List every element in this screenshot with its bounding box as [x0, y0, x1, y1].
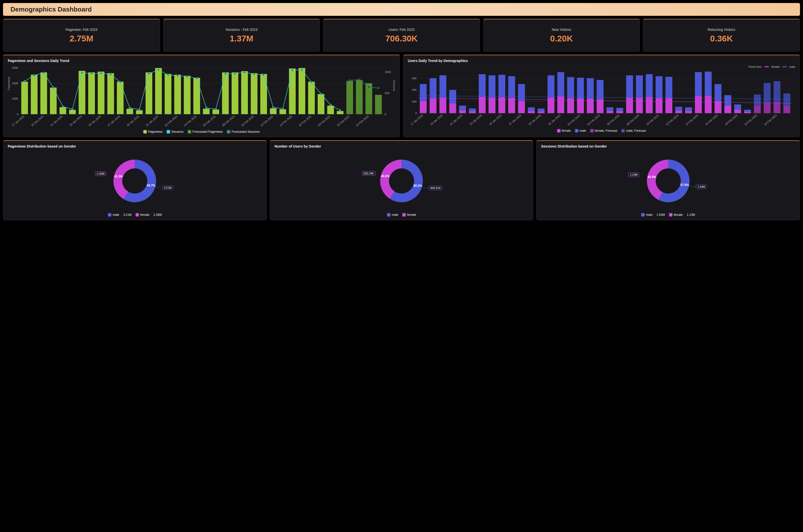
- svg-rect-125: [469, 109, 476, 111]
- svg-text:17 Jan 2023: 17 Jan 2023: [410, 114, 424, 126]
- svg-rect-145: [567, 77, 574, 98]
- svg-rect-166: [675, 111, 682, 113]
- svg-rect-12: [31, 75, 38, 114]
- svg-rect-38: [280, 109, 286, 114]
- svg-point-68: [206, 107, 207, 109]
- svg-text:100K: 100K: [12, 97, 18, 100]
- svg-rect-14: [50, 88, 57, 114]
- legend-female[interactable]: ✓female: [135, 213, 149, 216]
- svg-rect-121: [449, 90, 456, 103]
- svg-point-56: [91, 73, 92, 75]
- svg-rect-36: [260, 74, 267, 114]
- legend-sessions[interactable]: ✓Sessions: [167, 130, 184, 133]
- svg-point-80: [320, 93, 322, 95]
- svg-rect-186: [773, 102, 780, 113]
- legend-forecasted-sessions[interactable]: ✓Forecasted Sessions: [227, 130, 260, 133]
- svg-rect-161: [646, 74, 653, 97]
- svg-text:16 Feb 2023: 16 Feb 2023: [705, 114, 719, 126]
- svg-text:29 Jan 2023: 29 Jan 2023: [528, 114, 541, 126]
- svg-rect-136: [528, 111, 535, 113]
- svg-text:06 Feb 2023: 06 Feb 2023: [606, 114, 620, 126]
- svg-text:31 Jan 2023: 31 Jan 2023: [548, 114, 561, 126]
- svg-text:40.8%: 40.8%: [381, 174, 389, 178]
- legend-female[interactable]: ✓female: [669, 213, 683, 216]
- svg-text:19 Jan 2023: 19 Jan 2023: [31, 115, 44, 127]
- svg-rect-188: [783, 106, 790, 113]
- svg-point-63: [158, 69, 159, 71]
- svg-point-69: [215, 109, 216, 110]
- svg-text:04 Feb 2023: 04 Feb 2023: [587, 114, 600, 126]
- svg-rect-146: [577, 98, 584, 113]
- svg-rect-149: [587, 78, 594, 99]
- legend-male-forecast[interactable]: ✓male, Forecast: [621, 129, 646, 133]
- svg-rect-26: [165, 74, 171, 114]
- svg-point-67: [196, 78, 197, 79]
- svg-text:18 Feb 2023: 18 Feb 2023: [724, 114, 738, 126]
- svg-rect-129: [489, 75, 495, 97]
- legend-female-forecast[interactable]: ✓female, Forecast: [590, 129, 617, 133]
- legend-pageviews[interactable]: ✓Pageviews: [143, 130, 162, 133]
- svg-rect-137: [528, 108, 535, 111]
- svg-rect-46: [356, 80, 363, 114]
- svg-text:14 Feb 2023: 14 Feb 2023: [685, 114, 699, 126]
- legend-male[interactable]: ✓male: [641, 213, 652, 216]
- svg-rect-34: [241, 71, 248, 114]
- svg-rect-180: [744, 112, 751, 113]
- kpi-sessions: Sessions : Feb 2023 1.37M: [163, 19, 320, 52]
- kpi-value: 0.36K: [710, 34, 733, 43]
- svg-point-50: [33, 75, 35, 76]
- svg-rect-156: [626, 97, 633, 113]
- legend-male[interactable]: ✓male: [387, 213, 398, 216]
- legend-female[interactable]: ✓female: [557, 129, 571, 133]
- legend-forecasted-pageviews[interactable]: ✓Forecasted Pageviews: [188, 130, 223, 133]
- svg-rect-42: [318, 94, 324, 114]
- legend-male[interactable]: ✓male: [575, 129, 586, 133]
- dashboard-header: Demographics Dashboard: [3, 3, 800, 16]
- svg-rect-114: [420, 101, 426, 113]
- swatch-male: [782, 66, 787, 67]
- svg-rect-147: [577, 78, 584, 98]
- y-axis-label-right: Sessions: [393, 80, 396, 91]
- svg-rect-174: [715, 101, 722, 113]
- svg-rect-40: [299, 68, 305, 114]
- svg-rect-29: [193, 78, 200, 114]
- svg-rect-139: [538, 109, 544, 111]
- legend-female[interactable]: ✓female: [402, 213, 416, 216]
- svg-rect-30: [203, 109, 210, 114]
- svg-rect-155: [616, 108, 623, 111]
- legend-male[interactable]: ✓male: [108, 213, 119, 216]
- svg-rect-162: [656, 98, 663, 113]
- svg-rect-122: [459, 110, 466, 113]
- svg-rect-39: [289, 69, 296, 114]
- svg-line-220: [689, 186, 695, 187]
- svg-rect-150: [597, 99, 604, 113]
- kpi-title: Sessions : Feb 2023: [226, 27, 258, 32]
- svg-rect-177: [724, 95, 731, 106]
- svg-line-216: [422, 187, 428, 188]
- svg-rect-138: [538, 111, 544, 113]
- svg-text:57.6%: 57.6%: [680, 183, 689, 187]
- svg-point-81: [330, 104, 331, 106]
- svg-point-76: [282, 108, 284, 109]
- swatch-female: [764, 66, 769, 67]
- svg-text:20 Feb 2023: 20 Feb 2023: [744, 114, 758, 126]
- svg-point-85: [368, 86, 370, 88]
- svg-point-78: [301, 69, 303, 71]
- svg-point-59: [119, 81, 121, 83]
- svg-rect-183: [754, 95, 761, 106]
- svg-point-83: [349, 79, 350, 81]
- svg-text:12 Feb 2023: 12 Feb 2023: [260, 115, 273, 127]
- svg-point-82: [340, 110, 341, 111]
- svg-point-61: [138, 109, 140, 110]
- chart-svg: 020K40K60K17 Jan 202319 Jan 202321 Jan 2…: [408, 69, 795, 127]
- svg-rect-142: [557, 96, 564, 113]
- svg-rect-168: [685, 111, 692, 113]
- svg-point-54: [72, 109, 73, 110]
- svg-rect-135: [518, 84, 525, 101]
- svg-rect-141: [548, 75, 554, 97]
- svg-rect-134: [518, 101, 525, 113]
- svg-rect-169: [685, 108, 692, 111]
- donut-chart: 57.6%42.4%1.54M1.13M: [638, 151, 699, 211]
- svg-rect-22: [127, 109, 133, 114]
- kpi-value: 0.20K: [550, 34, 573, 43]
